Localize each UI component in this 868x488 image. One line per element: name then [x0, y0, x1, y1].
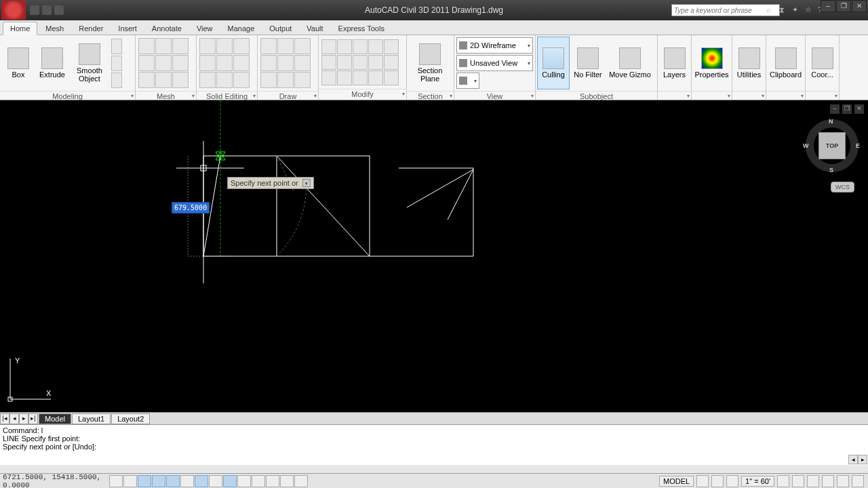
tab-view[interactable]: View — [190, 22, 220, 35]
ducs-toggle[interactable] — [209, 475, 222, 487]
arc-icon[interactable] — [294, 38, 311, 54]
tab-nav-last-icon[interactable]: ▸| — [28, 413, 38, 424]
mesh-tool-icon[interactable] — [138, 55, 155, 71]
hardware-accel-icon[interactable] — [822, 475, 834, 487]
saved-view-dropdown[interactable]: Unsaved View▾ — [456, 55, 533, 71]
qat-new-icon[interactable] — [30, 5, 39, 15]
grid-toggle[interactable] — [123, 475, 137, 487]
maximize-button[interactable]: ❐ — [836, 0, 851, 12]
command-line[interactable]: Command: l LINE Specify first point: Spe… — [0, 424, 868, 465]
favorites-icon[interactable]: ☆ — [805, 5, 814, 15]
workspace-switching-icon[interactable] — [792, 475, 804, 487]
solid-tool-icon[interactable] — [233, 38, 250, 54]
qat-open-icon[interactable] — [42, 5, 52, 15]
mesh-tool-icon[interactable] — [172, 72, 189, 88]
tab-express-tools[interactable]: Express Tools — [332, 22, 391, 35]
culling-button[interactable]: Culling — [537, 37, 570, 89]
tab-mesh[interactable]: Mesh — [39, 22, 71, 35]
lwt-toggle[interactable] — [237, 475, 251, 487]
app-menu-button[interactable] — [1, 1, 26, 20]
panel-dropdown-icon[interactable]: ▾ — [835, 93, 837, 99]
panel-dropdown-icon[interactable]: ▾ — [450, 93, 452, 99]
polyline-icon[interactable] — [277, 38, 294, 54]
spline-icon[interactable] — [277, 72, 294, 88]
dyn-toggle[interactable] — [223, 475, 237, 487]
move-icon[interactable] — [321, 39, 336, 54]
solid-tool-icon[interactable] — [233, 55, 250, 71]
mesh-tool-icon[interactable] — [172, 38, 189, 54]
tab-model[interactable]: Model — [39, 413, 71, 424]
solid-tool-icon[interactable] — [216, 55, 233, 71]
box-button[interactable]: Box — [1, 37, 35, 89]
dynamic-input-value[interactable]: 679.5000 — [172, 202, 210, 214]
mesh-tool-icon[interactable] — [138, 72, 155, 88]
hatch-icon[interactable] — [260, 72, 277, 88]
tab-vault[interactable]: Vault — [300, 22, 330, 35]
tpy-toggle[interactable] — [252, 475, 265, 487]
panel-dropdown-icon[interactable]: ▾ — [762, 93, 764, 99]
osnap-toggle[interactable] — [166, 475, 180, 487]
panel-layers[interactable]: Layers▾ — [658, 35, 692, 100]
mesh-tool-icon[interactable] — [155, 72, 172, 88]
panel-dropdown-icon[interactable]: ▾ — [131, 93, 134, 99]
scale-icon[interactable] — [384, 55, 399, 70]
sweep-icon[interactable] — [111, 73, 122, 88]
explode-icon[interactable] — [353, 55, 368, 70]
erase-icon[interactable] — [368, 39, 383, 54]
solid-tool-icon[interactable] — [199, 38, 216, 54]
circle-icon[interactable] — [260, 55, 277, 71]
panel-dropdown-icon[interactable]: ▾ — [192, 93, 195, 99]
panel-dropdown-icon[interactable]: ▾ — [801, 93, 804, 99]
copy-icon[interactable] — [384, 39, 399, 54]
ellipse-icon[interactable] — [294, 55, 311, 71]
prompt-dropdown-icon[interactable]: ▾ — [302, 179, 311, 187]
mesh-tool-icon[interactable] — [172, 55, 189, 71]
panel-dropdown-icon[interactable]: ▾ — [402, 91, 405, 97]
fillet-icon[interactable] — [337, 55, 352, 70]
otrack-toggle[interactable] — [195, 475, 208, 487]
minimize-button[interactable]: – — [821, 0, 835, 12]
solid-tool-icon[interactable] — [199, 55, 216, 71]
ortho-toggle[interactable] — [138, 475, 151, 487]
coordinate-display[interactable]: 6721.5000, 15418.5000, 0.0000 — [0, 473, 108, 489]
mesh-tool-icon[interactable] — [155, 55, 172, 71]
section-plane-button[interactable]: Section Plane — [408, 37, 452, 89]
rectangle-icon[interactable] — [277, 55, 294, 71]
rotate-icon[interactable] — [337, 39, 352, 54]
solid-tool-icon[interactable] — [233, 72, 250, 88]
solid-tool-icon[interactable] — [216, 38, 233, 54]
panel-coordinates[interactable]: Coor...▾ — [806, 35, 840, 100]
annotation-scale-icon[interactable] — [726, 475, 738, 487]
panel-utilities[interactable]: Utilities▾ — [732, 35, 766, 100]
polar-toggle[interactable] — [152, 475, 165, 487]
offset-icon[interactable] — [337, 70, 352, 85]
scroll-left-icon[interactable]: ◂ — [848, 455, 858, 464]
panel-clipboard[interactable]: Clipboard▾ — [766, 35, 806, 100]
tab-output[interactable]: Output — [262, 22, 298, 35]
panel-dropdown-icon[interactable]: ▾ — [531, 93, 534, 99]
3dosnap-toggle[interactable] — [180, 475, 194, 487]
close-button[interactable]: ✕ — [852, 0, 867, 12]
tab-layout2[interactable]: Layout2 — [111, 413, 150, 424]
quickview-drawings-icon[interactable] — [711, 475, 724, 487]
binoculars-icon[interactable]: ⌕ — [766, 5, 776, 15]
model-space-indicator[interactable]: MODEL — [659, 476, 694, 487]
mesh-tool-icon[interactable] — [155, 38, 172, 54]
no-filter-button[interactable]: No Filter — [570, 37, 606, 89]
panel-dropdown-icon[interactable]: ▾ — [253, 93, 256, 99]
sc-toggle[interactable] — [280, 475, 294, 487]
tab-nav-next-icon[interactable]: ▸ — [19, 413, 28, 424]
toolbar-lock-icon[interactable] — [807, 475, 819, 487]
panel-properties[interactable]: Properties▾ — [692, 35, 732, 100]
tab-manage[interactable]: Manage — [221, 22, 262, 35]
smooth-object-button[interactable]: Smooth Object — [69, 37, 110, 89]
viewport-config-dropdown[interactable]: ▾ — [456, 73, 479, 89]
qp-toggle[interactable] — [266, 475, 279, 487]
subscription-icon[interactable]: ⧗ — [779, 5, 789, 15]
isolate-objects-icon[interactable] — [837, 475, 849, 487]
modify-icon[interactable] — [353, 70, 368, 85]
tab-layout1[interactable]: Layout1 — [72, 413, 111, 424]
visual-style-dropdown[interactable]: 2D Wireframe▾ — [456, 37, 533, 54]
tab-insert[interactable]: Insert — [111, 22, 144, 35]
mirror-icon[interactable] — [321, 55, 336, 70]
